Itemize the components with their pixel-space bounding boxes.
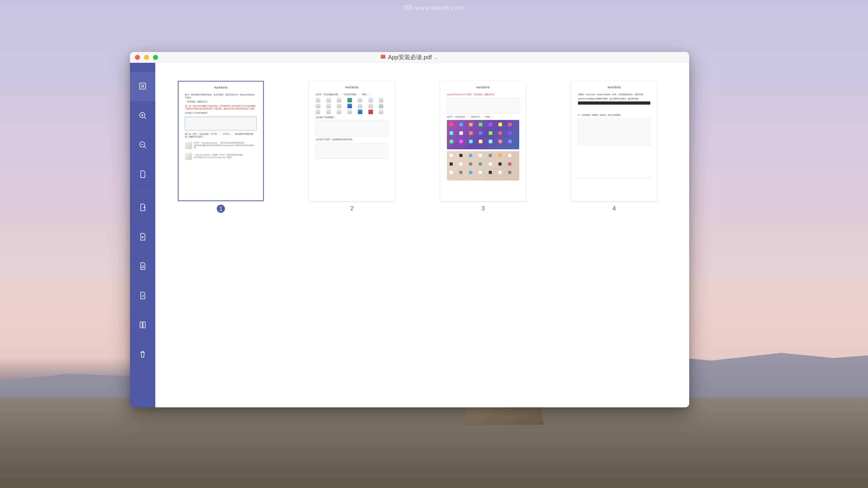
mini-dialog-row: 打不开「Viscositydownloads」，因为它来自身份不明的开发者。 您… <box>185 142 257 149</box>
page-number-label[interactable]: 1 <box>217 205 225 213</box>
sidebar-page-extract[interactable] <box>130 193 155 223</box>
mini-text: 2)打开「Launchpad」→「其他/工具」→「终端」； <box>447 116 519 119</box>
close-button[interactable] <box>135 55 140 60</box>
sidebar-page-split[interactable] <box>130 311 155 340</box>
thumbnail-item-3: App安装必读 macOS Sierra 10.12 不显示「任何来源」的解决方… <box>440 81 526 212</box>
delete-icon <box>138 350 147 360</box>
mini-dialog-box <box>185 117 257 130</box>
mini-launchpad-other <box>447 151 519 181</box>
traffic-lights <box>130 55 158 60</box>
page-thumbnail-3[interactable]: App安装必读 macOS Sierra 10.12 不显示「任何来源」的解决方… <box>440 81 526 201</box>
sidebar-contact-sheet[interactable] <box>130 72 155 101</box>
page-number-label[interactable]: 4 <box>612 205 616 212</box>
sidebar-zoom-out[interactable] <box>130 131 155 160</box>
titlebar[interactable]: App安装必读.pdf ⌄ <box>130 52 689 63</box>
chevron-down-icon[interactable]: ⌄ <box>434 55 438 60</box>
page-number-label[interactable]: 2 <box>350 205 354 212</box>
page-number-label[interactable]: 3 <box>481 205 485 212</box>
page-thumbnail-1[interactable]: App安装必读 提示「来自身份不明的开发者、文件已损坏、损坏无法打开」或macO… <box>178 81 264 201</box>
zoom-out-icon <box>138 140 147 150</box>
page-insert-icon <box>138 232 147 242</box>
mini-text: 文件拖入下方的应用程序 <box>185 111 257 115</box>
minimize-button[interactable] <box>144 55 149 60</box>
page-extract-icon <box>138 203 147 213</box>
sidebar <box>130 63 155 408</box>
maximize-button[interactable] <box>153 55 158 60</box>
mini-text: 第二步：提示「App已损坏，打不开。」「打不开...」「来自身份不明的开发者」的… <box>185 133 257 138</box>
mini-page-header: App安装必读 <box>578 86 650 89</box>
page-thumbnail-4[interactable]: App安装必读 1)复制「sudo spctl --master-disable… <box>571 81 657 201</box>
mini-terminal <box>578 101 650 105</box>
page-blank-icon <box>138 170 147 180</box>
thumbnail-grid: App安装必读 提示「来自身份不明的开发者、文件已损坏、损坏无法打开」或macO… <box>178 81 666 213</box>
mini-text: 4)点击左下角的「点按锁按钮以进行更改」 <box>316 138 388 141</box>
ground-plane <box>0 398 868 488</box>
page-replace-icon <box>138 262 147 271</box>
mini-text: 提示「来自身份不明的开发者、文件已损坏、损坏无法打开」或macOS/Sierra… <box>185 93 257 99</box>
mini-syspref-grid <box>316 98 388 114</box>
mini-page-header: App安装必读 <box>447 86 519 89</box>
mini-security-panel <box>316 121 388 136</box>
sidebar-page-insert[interactable] <box>130 223 155 252</box>
mini-dialog-text: 打不开「Viscositydownloads」，因为它来自身份不明的开发者。 您… <box>194 142 257 149</box>
pdf-icon <box>381 55 385 60</box>
window-body: App安装必读 提示「来自身份不明的开发者、文件已损坏、损坏无法打开」或macO… <box>130 63 689 408</box>
svg-rect-4 <box>143 322 145 328</box>
watermark: www.MacW.com <box>404 4 464 11</box>
mini-dialog-row: 「Keyboard Maestro」已损坏，打不开。您应该修改设置清除。 此文件… <box>185 153 257 160</box>
title-center[interactable]: App安装必读.pdf ⌄ <box>381 53 438 61</box>
thumbnail-item-2: App安装必读 2)打开「安全性偏好设置」→「安全性与隐私」→「通用」； 3)点… <box>309 81 395 212</box>
mini-text: 5.「任何来源」回来啦，按此勾。移上方的教程。 <box>578 113 650 117</box>
mini-text: 「任何来源」的解决方法 <box>185 100 257 103</box>
mini-text: 3)点按左下角锁图标； <box>316 116 388 119</box>
sidebar-page-replace[interactable] <box>130 252 155 281</box>
mini-text: macOS Sierra 10.12 不显示「任何来源」的解决方法 <box>447 93 519 96</box>
mini-launchpad <box>447 120 519 149</box>
sidebar-delete[interactable] <box>130 340 155 369</box>
svg-rect-3 <box>140 322 142 328</box>
sidebar-zoom-in[interactable] <box>130 101 155 131</box>
mini-text: 1)复制「sudo spctl --master-disable」命令。在终端粘… <box>578 93 650 96</box>
mini-page-header: App安装必读 <box>316 86 388 89</box>
mini-text: 2)打开「安全性偏好设置」→「安全性与隐私」→「通用」； <box>316 93 388 96</box>
mini-app-icon <box>185 153 192 160</box>
thumbnail-item-1: App安装必读 提示「来自身份不明的开发者、文件已损坏、损坏无法打开」或macO… <box>178 81 264 213</box>
sidebar-page-rotate[interactable] <box>130 281 155 311</box>
page-split-icon <box>138 320 147 330</box>
thumbnail-item-4: App安装必读 1)复制「sudo spctl --master-disable… <box>571 81 657 212</box>
zoom-in-icon <box>138 111 147 121</box>
mini-app-icon <box>185 142 192 149</box>
page-thumbnail-2[interactable]: App安装必读 2)打开「安全性偏好设置」→「安全性与隐私」→「通用」； 3)点… <box>309 81 395 201</box>
mini-security-panel <box>578 119 650 145</box>
contact-sheet-icon <box>138 82 147 92</box>
mini-security-panel <box>447 98 519 113</box>
mini-text: password 后面输入你的帐号密码。输入密码不会显示。最后回车键。 <box>578 97 650 100</box>
content-area[interactable]: App安装必读 提示「来自身份不明的开发者、文件已损坏、损坏无法打开」或macO… <box>155 63 689 408</box>
page-rotate-icon <box>138 291 147 301</box>
mini-security-panel <box>316 143 388 159</box>
mini-page-header: App安装必读 <box>185 86 257 89</box>
app-window: App安装必读.pdf ⌄ <box>130 52 689 408</box>
window-title: App安装必读.pdf <box>388 53 432 61</box>
mini-text: 第一步：将从MacW网站下载软件拖入【应用程序】然后右键打开不在其他网站下载软件… <box>185 105 257 110</box>
sidebar-page-blank[interactable] <box>130 160 155 189</box>
mini-dialog-text: 「Keyboard Maestro」已损坏，打不开。您应该修改设置清除。 此文件… <box>194 154 257 159</box>
